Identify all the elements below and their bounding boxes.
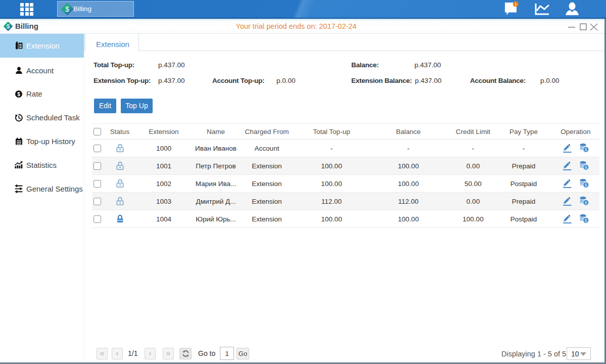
- svg-text:$: $: [65, 5, 69, 13]
- svg-text:!: !: [515, 2, 517, 7]
- svg-text:$: $: [585, 200, 587, 205]
- svg-text:$: $: [585, 183, 587, 188]
- svg-text:$: $: [585, 218, 587, 223]
- svg-text:$: $: [585, 165, 587, 170]
- svg-text:$: $: [585, 147, 587, 152]
- svg-text:$: $: [17, 92, 20, 97]
